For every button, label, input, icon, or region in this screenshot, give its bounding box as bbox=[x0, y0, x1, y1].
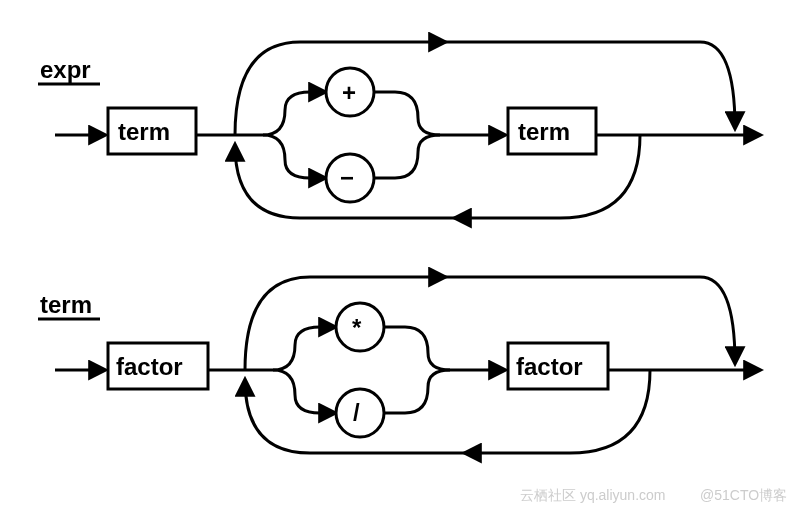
op-minus-label: − bbox=[340, 164, 354, 191]
box-term-1-label: term bbox=[118, 118, 170, 145]
op-slash bbox=[336, 389, 384, 437]
rule-expr: expr term + − term bbox=[38, 42, 760, 218]
box-term-2-label: term bbox=[518, 118, 570, 145]
syntax-diagram: expr term + − term bbox=[0, 0, 806, 513]
rule-term: term factor * / factor bbox=[38, 277, 760, 453]
op-slash-label: / bbox=[353, 399, 360, 426]
watermark-right: @51CTO博客 bbox=[700, 487, 787, 503]
rule-label-term: term bbox=[40, 291, 92, 318]
op-plus-label: + bbox=[342, 79, 356, 106]
rule-label-expr: expr bbox=[40, 56, 91, 83]
box-factor-2-label: factor bbox=[516, 353, 583, 380]
box-factor-1-label: factor bbox=[116, 353, 183, 380]
op-star-label: * bbox=[352, 314, 362, 341]
watermark-left: 云栖社区 yq.aliyun.com bbox=[520, 487, 665, 503]
